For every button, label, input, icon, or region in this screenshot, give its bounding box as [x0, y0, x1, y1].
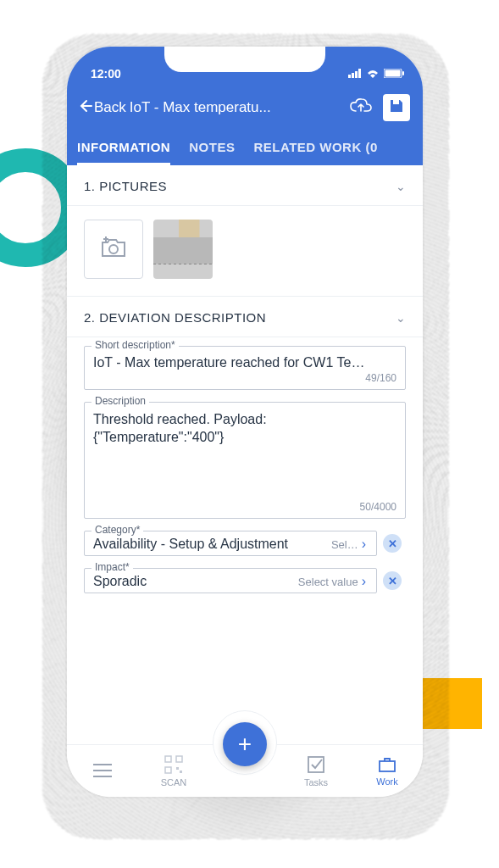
svg-rect-11 [176, 767, 179, 770]
back-label: Back [94, 99, 126, 116]
nav-tasks[interactable]: Tasks [291, 755, 341, 787]
status-icons [348, 67, 404, 81]
short-description-value: IoT - Max temperature reached for CW1 Te… [93, 352, 396, 372]
arrow-left-icon [77, 98, 92, 118]
save-icon [388, 97, 405, 118]
description-label: Description [91, 395, 149, 407]
tasks-icon [307, 755, 325, 776]
svg-rect-2 [355, 71, 358, 78]
svg-rect-5 [385, 70, 401, 77]
nav-scan[interactable]: SCAN [148, 755, 199, 787]
category-hint: Sel… [331, 538, 358, 551]
svg-rect-14 [380, 761, 395, 771]
camera-plus-icon [99, 236, 128, 263]
svg-rect-0 [348, 75, 351, 78]
photo-thumbnail[interactable] [153, 220, 213, 279]
section-deviation-title: 2. DEVIATION DESCRIPTION [84, 310, 266, 325]
impact-field[interactable]: Impact* Sporadic Select value › ✕ [84, 568, 377, 593]
description-counter: 50/4000 [93, 501, 396, 515]
briefcase-icon [378, 756, 396, 775]
description-value: Threshold reached. Payload: {"Temperatur… [93, 408, 396, 501]
svg-rect-12 [180, 771, 182, 773]
section-deviation-header[interactable]: 2. DEVIATION DESCRIPTION ⌄ [67, 297, 423, 337]
signal-icon [348, 67, 362, 81]
tab-information[interactable]: INFORMATION [77, 131, 170, 165]
section-pictures-header[interactable]: 1. PICTURES ⌄ [67, 165, 423, 206]
svg-point-7 [109, 245, 118, 253]
chevron-down-icon: ⌄ [396, 180, 407, 193]
svg-rect-3 [358, 69, 361, 78]
nav-work-label: Work [376, 776, 397, 787]
close-icon: ✕ [388, 575, 397, 587]
phone-frame: 12:00 Back IoT - Max temperatu... I [67, 47, 423, 797]
back-button[interactable]: Back [77, 98, 126, 118]
description-field[interactable]: Description Threshold reached. Payload: … [84, 402, 406, 519]
category-value: Availability - Setup & Adjustment [93, 537, 331, 552]
qr-scan-icon [164, 755, 183, 776]
nav-scan-label: SCAN [161, 777, 187, 787]
phone-notch [164, 47, 325, 72]
short-description-field[interactable]: Short description* IoT - Max temperature… [84, 346, 406, 390]
svg-rect-10 [165, 767, 171, 773]
status-time: 12:00 [91, 67, 121, 81]
plus-icon: + [238, 731, 252, 758]
page-title: IoT - Max temperatu... [130, 99, 341, 116]
category-field[interactable]: Category* Availability - Setup & Adjustm… [84, 531, 377, 556]
deviation-fields: Short description* IoT - Max temperature… [67, 337, 423, 609]
close-icon: ✕ [388, 537, 397, 550]
chevron-right-icon: › [362, 574, 366, 589]
add-photo-button[interactable] [84, 220, 143, 279]
svg-rect-6 [402, 71, 404, 75]
svg-rect-9 [176, 756, 182, 762]
impact-value: Sporadic [93, 574, 298, 589]
tab-notes[interactable]: NOTES [189, 131, 235, 165]
short-description-counter: 49/160 [93, 372, 396, 386]
impact-clear-button[interactable]: ✕ [383, 571, 402, 590]
nav-work[interactable]: Work [362, 756, 413, 787]
short-description-label: Short description* [91, 339, 179, 351]
battery-icon [384, 67, 404, 81]
chevron-down-icon: ⌄ [396, 311, 407, 325]
section-pictures-title: 1. PICTURES [84, 179, 167, 193]
hamburger-icon [93, 764, 112, 779]
category-clear-button[interactable]: ✕ [383, 534, 402, 553]
impact-label: Impact* [91, 561, 133, 573]
content-area: 1. PICTURES ⌄ 2. DEVIATION DESCRIPTION ⌄… [67, 165, 423, 744]
tabs: INFORMATION NOTES RELATED WORK (0 [77, 131, 413, 165]
svg-rect-1 [352, 73, 354, 78]
cloud-upload-icon [350, 97, 372, 118]
pictures-row [67, 206, 423, 297]
cloud-upload-button[interactable] [345, 92, 377, 124]
wifi-icon [366, 67, 380, 81]
nav-tasks-label: Tasks [304, 777, 328, 787]
category-label: Category* [91, 524, 143, 536]
chevron-right-icon: › [362, 537, 366, 552]
save-button[interactable] [380, 92, 413, 124]
app-header: Back IoT - Max temperatu... INFORMATION … [67, 84, 423, 165]
tab-related-work[interactable]: RELATED WORK (0 [253, 131, 377, 165]
svg-rect-8 [165, 756, 171, 762]
add-fab-button[interactable]: + [223, 722, 267, 766]
impact-hint: Select value [298, 576, 358, 588]
nav-menu[interactable] [77, 764, 128, 779]
